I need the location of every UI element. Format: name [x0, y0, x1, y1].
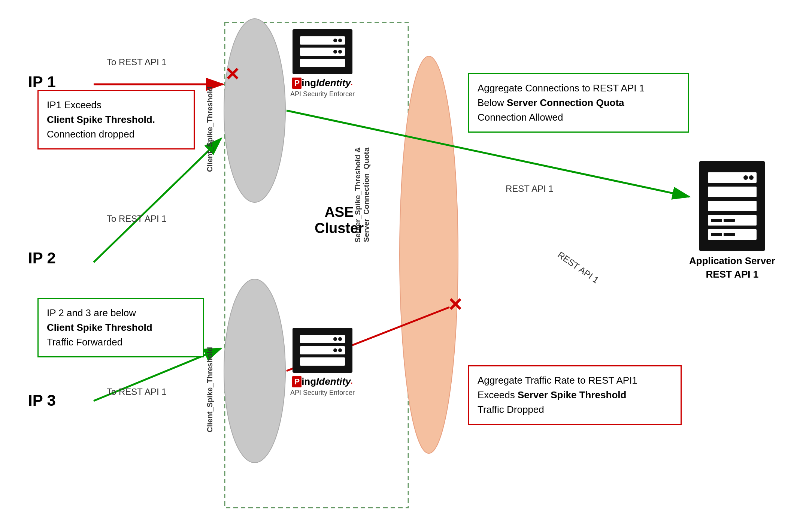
ping-logo-top: P ing Identity . API Security Enforcer	[290, 29, 355, 98]
ip1-box-line2: Client Spike Threshold.	[47, 112, 185, 127]
agg-dropped-line2: Exceeds Server Spike Threshold	[478, 388, 672, 402]
ping-logo-bot: P ing Identity . API Security Enforcer	[290, 328, 355, 397]
ip1-info-box: IP1 Exceeds Client Spike Threshold. Conn…	[37, 90, 195, 149]
ping-api-label-top: API Security Enforcer	[290, 90, 355, 98]
server-icon-top	[293, 29, 352, 74]
svg-point-2	[224, 279, 285, 463]
svg-line-6	[94, 139, 221, 262]
agg-dropped-line3: Traffic Dropped	[478, 402, 672, 417]
svg-point-3	[400, 56, 458, 453]
ping-api-label-bot: API Security Enforcer	[290, 389, 355, 397]
rest-api-1-bot-arrow-label: REST API 1	[556, 250, 601, 285]
app-server: Application Server REST API 1	[689, 161, 775, 281]
ip1-box-line1: IP1 Exceeds	[47, 98, 185, 112]
svg-text:✕: ✕	[225, 64, 240, 84]
bot-ellipse-label: Client_Spike_Threshold	[206, 345, 214, 435]
ip23-box-line3: Traffic Forwarded	[47, 335, 195, 350]
to-rest-api-1-bot-label: To REST API 1	[107, 387, 167, 397]
svg-text:✕: ✕	[448, 295, 463, 315]
to-rest-api-1-mid-label: To REST API 1	[107, 214, 167, 224]
app-server-label: Application Server REST API 1	[689, 254, 775, 281]
agg-allowed-line3: Connection Allowed	[478, 110, 680, 125]
agg-dropped-box: Aggregate Traffic Rate to REST API1 Exce…	[468, 365, 682, 425]
agg-allowed-box: Aggregate Connections to REST API 1 Belo…	[468, 73, 689, 133]
top-ellipse-label: Client_Spike_Threshold	[206, 84, 214, 174]
server-icon-bot	[293, 328, 352, 373]
agg-allowed-line1: Aggregate Connections to REST API 1	[478, 81, 680, 96]
ip1-label: IP 1	[28, 73, 56, 91]
diagram-container: ✕ ✕ IP 1 IP 2 IP 3 To REST API 1 To REST…	[0, 0, 812, 532]
ip23-info-box: IP 2 and 3 are below Client Spike Thresh…	[37, 298, 204, 357]
agg-dropped-line1: Aggregate Traffic Rate to REST API1	[478, 373, 672, 388]
agg-allowed-line2: Below Server Connection Quota	[478, 96, 680, 110]
to-rest-api-1-top-label: To REST API 1	[107, 57, 167, 67]
ping-logo-text-bot: P ing Identity .	[290, 376, 355, 387]
ip1-box-line3: Connection dropped	[47, 127, 185, 142]
rest-api-1-top-arrow-label: REST API 1	[506, 184, 554, 194]
large-oval-label: Server_Spike_Threshold &Server_Connectio…	[354, 120, 371, 270]
ip2-label: IP 2	[28, 249, 56, 267]
ip23-box-line1: IP 2 and 3 are below	[47, 306, 195, 320]
svg-point-1	[224, 19, 285, 202]
ping-logo-text-top: P ing Identity .	[290, 77, 355, 89]
server-icon-right	[699, 161, 765, 251]
ip23-box-line2: Client Spike Threshold	[47, 320, 195, 335]
ip3-label: IP 3	[28, 392, 56, 409]
